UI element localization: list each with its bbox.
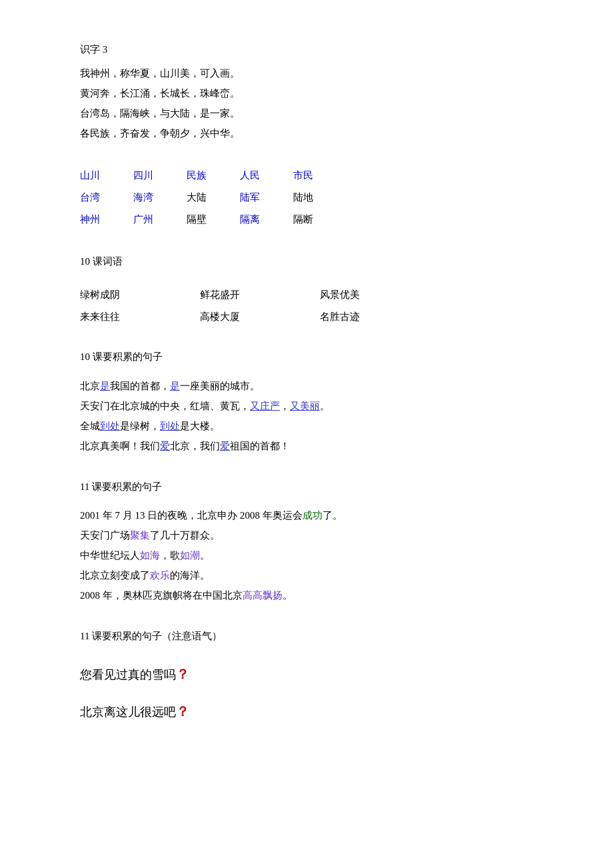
section-lesson11-sentences: 11 课要积累的句子 2001 年 7 月 13 日的夜晚，北京申办 2008 … bbox=[80, 477, 533, 606]
title-lesson10-vocab: 10 课词语 bbox=[80, 252, 533, 271]
sentence-10-2: 天安门在北京城的中央，红墙、黄瓦，又庄严，又美丽。 bbox=[80, 396, 533, 416]
section-shizi3: 识字 3 我神州，称华夏，山川美，可入画。 黄河奔，长江涌，长城长，珠峰峦。 台… bbox=[80, 40, 533, 143]
word-minzu: 民族 bbox=[187, 165, 240, 187]
highlight-shi-1: 是 bbox=[100, 381, 110, 391]
word-row-3: 神州 广州 隔壁 隔离 隔断 bbox=[80, 209, 533, 231]
question-mark-1: ？ bbox=[176, 667, 189, 681]
vocab-xianhuashengkai: 鲜花盛开 bbox=[200, 285, 320, 305]
sentence-11-2: 天安门广场聚集了几十万群众。 bbox=[80, 525, 533, 545]
word-geli: 隔离 bbox=[240, 209, 293, 231]
poem-line-2: 黄河奔，长江涌，长城长，珠峰峦。 bbox=[80, 83, 533, 103]
highlight-youmeili: 又美丽 bbox=[290, 401, 320, 411]
highlight-daochushi-2: 到处 bbox=[160, 421, 180, 431]
word-shanchuan: 山川 bbox=[80, 165, 133, 187]
title-lesson11-sentences: 11 课要积累的句子 bbox=[80, 477, 533, 497]
vocab-grid: 绿树成阴 鲜花盛开 风景优美 来来往往 高楼大厦 名胜古迹 bbox=[80, 285, 533, 326]
word-taiwan: 台湾 bbox=[80, 187, 133, 209]
word-row-1: 山川 四川 民族 人民 市民 bbox=[80, 165, 533, 187]
word-row-2: 台湾 海湾 大陆 陆军 陆地 bbox=[80, 187, 533, 209]
highlight-ruhai: 如海 bbox=[140, 550, 160, 561]
sentence-10-4: 北京真美啊！我们爱北京，我们爱祖国的首都！ bbox=[80, 436, 533, 456]
word-geduan: 隔断 bbox=[293, 209, 346, 231]
question-2: 北京离这儿很远吧？ bbox=[80, 693, 533, 730]
vocab-lailaiwangwang: 来来往往 bbox=[80, 307, 200, 327]
sentence-11-3: 中华世纪坛人如海，歌如潮。 bbox=[80, 545, 533, 565]
word-sichuan: 四川 bbox=[133, 165, 187, 187]
sentence-11-5: 2008 年，奥林匹克旗帜将在中国北京高高飘扬。 bbox=[80, 585, 533, 605]
highlight-ai-1: 爱 bbox=[160, 441, 170, 451]
highlight-daochushi-1: 到处 bbox=[100, 421, 120, 431]
vocab-fengjingyoumei: 风景优美 bbox=[320, 285, 440, 305]
poem-line-4: 各民族，齐奋发，争朝夕，兴中华。 bbox=[80, 123, 533, 143]
question-mark-2: ？ bbox=[176, 704, 189, 719]
poem-line-3: 台湾岛，隔海峡，与大陆，是一家。 bbox=[80, 103, 533, 123]
word-gebi: 隔壁 bbox=[187, 209, 240, 231]
highlight-youzhuangyan: 又庄严 bbox=[250, 401, 280, 411]
title-lesson11-tone: 11 课要积累的句子（注意语气） bbox=[80, 627, 533, 646]
sentence-11-4: 北京立刻变成了欢乐的海洋。 bbox=[80, 565, 533, 585]
section-title-shizi3: 识字 3 bbox=[80, 40, 533, 59]
sentence-10-1: 北京是我国的首都，是一座美丽的城市。 bbox=[80, 376, 533, 396]
highlight-ruchao: 如潮 bbox=[180, 550, 200, 561]
section-lesson10-vocab: 10 课词语 绿树成阴 鲜花盛开 风景优美 来来往往 高楼大厦 名胜古迹 bbox=[80, 252, 533, 327]
word-haiwan: 海湾 bbox=[133, 187, 187, 209]
highlight-juji: 聚集 bbox=[130, 530, 150, 541]
section-lesson10-sentences: 10 课要积累的句子 北京是我国的首都，是一座美丽的城市。 天安门在北京城的中央… bbox=[80, 347, 533, 456]
word-shimin: 市民 bbox=[293, 165, 346, 187]
highlight-huanle: 欢乐 bbox=[150, 570, 170, 581]
sentence-11-1: 2001 年 7 月 13 日的夜晚，北京申办 2008 年奥运会成功了。 bbox=[80, 505, 533, 525]
section-lesson11-tone: 11 课要积累的句子（注意语气） 您看见过真的雪吗？ 北京离这儿很远吧？ bbox=[80, 627, 533, 730]
vocab-gaoloudaxia: 高楼大厦 bbox=[200, 307, 320, 327]
highlight-ai-2: 爱 bbox=[220, 441, 230, 451]
highlight-chenggong: 成功 bbox=[303, 510, 322, 521]
page-content: 识字 3 我神州，称华夏，山川美，可入画。 黄河奔，长江涌，长城长，珠峰峦。 台… bbox=[80, 40, 533, 730]
word-dalu: 大陆 bbox=[187, 187, 240, 209]
highlight-shi-2: 是 bbox=[170, 381, 180, 391]
vocab-mingshengguji: 名胜古迹 bbox=[320, 307, 440, 327]
vocab-lvshuchenyin: 绿树成阴 bbox=[80, 285, 200, 305]
word-lujun: 陆军 bbox=[240, 187, 293, 209]
sentence-10-3: 全城到处是绿树，到处是大楼。 bbox=[80, 416, 533, 436]
word-guangzhou: 广州 bbox=[133, 209, 187, 231]
section-words: 山川 四川 民族 人民 市民 台湾 海湾 大陆 陆军 陆地 神州 广州 隔壁 隔… bbox=[80, 165, 533, 231]
poem-line-1: 我神州，称华夏，山川美，可入画。 bbox=[80, 63, 533, 83]
word-ludi: 陆地 bbox=[293, 187, 346, 209]
highlight-gaogaopiaoyangn: 高高飘扬 bbox=[243, 590, 283, 601]
title-lesson10-sentences: 10 课要积累的句子 bbox=[80, 347, 533, 367]
word-renmin: 人民 bbox=[240, 165, 293, 187]
question-1: 您看见过真的雪吗？ bbox=[80, 655, 533, 693]
word-shenzhou: 神州 bbox=[80, 209, 133, 231]
